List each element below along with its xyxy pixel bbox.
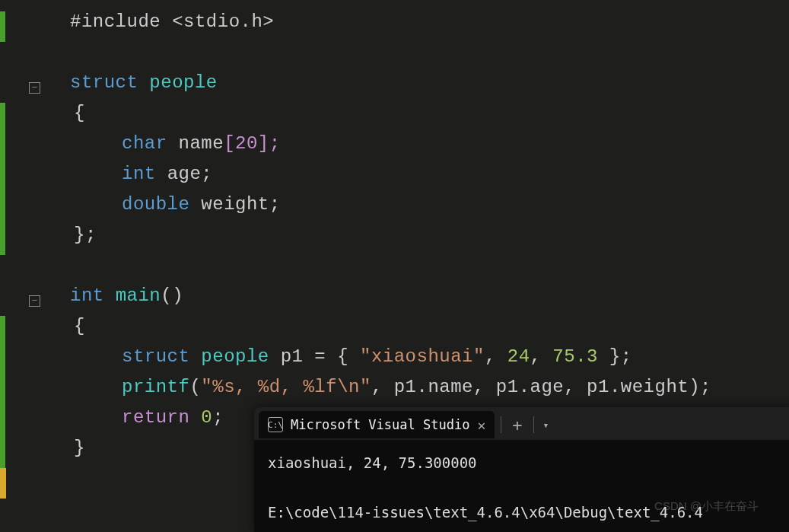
add-tab-button[interactable]: + (507, 416, 527, 435)
tab-divider (533, 416, 534, 433)
change-bar (0, 11, 5, 42)
terminal-icon: C:\ (268, 417, 283, 432)
fold-toggle[interactable]: − (29, 82, 40, 94)
code-text: #include (70, 11, 161, 32)
terminal-tab-title: Microsoft Visual Studio (291, 417, 469, 432)
close-icon[interactable]: ✕ (477, 417, 485, 433)
terminal-tab[interactable]: C:\ Microsoft Visual Studio ✕ (259, 411, 495, 438)
terminal-tablist: C:\ Microsoft Visual Studio ✕ + ▾ (254, 407, 789, 440)
fold-toggle[interactable]: − (29, 295, 40, 307)
tab-divider (501, 416, 501, 433)
watermark-text: CSDN @小丰在奋斗 (654, 499, 759, 514)
change-bar-yellow (0, 468, 6, 499)
chevron-down-icon[interactable]: ▾ (540, 419, 552, 431)
terminal-output: xiaoshuai, 24, 75.300000 E:\code\114-iss… (254, 440, 789, 532)
